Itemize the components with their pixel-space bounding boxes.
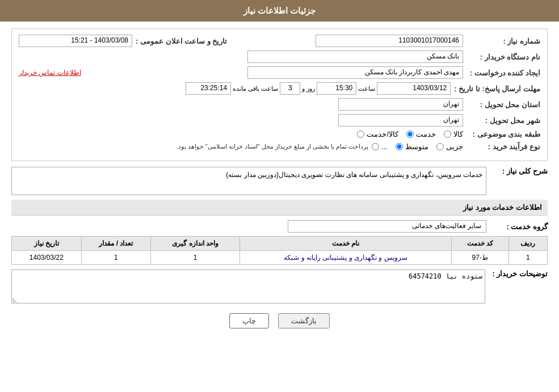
tarikh-label: تاریخ و ساعت اعلان عمومی :: [136, 37, 227, 45]
noufar-radio-jozi: جزیی: [436, 142, 463, 151]
mohlat-row: مهلت ارسال پاسخ: تا تاریخ : 1403/03/12 س…: [19, 82, 540, 95]
shahr-label: شهر محل تحویل :: [466, 116, 540, 125]
col-unit: واحد اندازه گیری: [151, 237, 240, 251]
col-name: نام خدمت: [240, 237, 452, 251]
page-container: جزئیات اطلاعات نیاز شماره نیاز : 1103001…: [0, 0, 559, 392]
namdastgah-label: نام دستگاه خریدار :: [466, 53, 540, 61]
ostan-value: تهران: [338, 98, 463, 111]
mohlat-remain-label: ساعت باقی مانده: [233, 85, 278, 92]
services-table: ردیف کد خدمت نام خدمت واحد اندازه گیری ت…: [11, 236, 548, 265]
sharh-row: شرح کلی نیاز : خدمات سرویس، نگهداری و پش…: [11, 167, 548, 195]
mohlat-date: 1403/03/12: [377, 82, 451, 95]
noufar-row: نوع فرآیند خرید : ... متوسط جزیی: [19, 142, 540, 151]
radio-other[interactable]: [372, 143, 379, 150]
cell-date: 1403/03/22: [12, 251, 82, 265]
sharh-value: خدمات سرویس، نگهداری و پشتیبانی سامانه ه…: [11, 167, 486, 195]
radio-kala[interactable]: [444, 130, 451, 138]
radio-khedmat[interactable]: [406, 130, 414, 138]
mohlat-day: 3: [280, 82, 300, 95]
info-section: شماره نیاز : 1103001017000146 تاریخ و سا…: [11, 28, 548, 161]
shahr-value: تهران: [338, 114, 463, 127]
shomara-row: شماره نیاز : 1103001017000146 تاریخ و سا…: [19, 35, 540, 47]
col-code: کد خدمت: [451, 237, 508, 251]
table-row: 1 ط-97 سرویس و نگهداری و پشتیبانی رایانه…: [12, 251, 548, 265]
cell-count: 1: [81, 251, 151, 265]
description-value-wrapper: [11, 269, 485, 305]
cell-name: سرویس و نگهداری و پشتیبانی رایانه و شبکه: [240, 251, 452, 265]
radio-kala-khedmat[interactable]: [357, 130, 364, 138]
cell-radif: 1: [508, 251, 547, 265]
noufar-label: نوع فرآیند خرید :: [466, 142, 540, 151]
description-section: توضیحات خریدار :: [11, 269, 548, 305]
mohlat-remain: 23:25:14: [186, 82, 231, 95]
ijad-value: مهدی احمدی کاربرداز بانک مسکن: [247, 66, 463, 79]
table-header-row: ردیف کد خدمت نام خدمت واحد اندازه گیری ت…: [12, 237, 548, 251]
description-textarea[interactable]: [11, 269, 485, 304]
radio-jozi[interactable]: [436, 143, 444, 150]
page-title: جزئیات اطلاعات نیاز: [243, 6, 316, 15]
buttons-row: بازگشت چاپ: [11, 313, 548, 328]
namdastgah-value: بانک مسکن: [247, 50, 463, 63]
namdastgah-row: نام دستگاه خریدار : بانک مسکن: [19, 50, 540, 63]
contact-link[interactable]: اطلاعات تماس خریدار: [19, 69, 81, 77]
tabaqe-row: طبقه بندی موضوعی : کالا/خدمت خدمت کالا: [19, 130, 540, 138]
tabaqe-radio-kala: کالا: [444, 130, 463, 138]
group-label: گروه خدمت :: [491, 222, 548, 231]
tabaqe-radio-khedmat: خدمت: [406, 130, 436, 138]
col-date: تاریخ نیاز: [12, 237, 82, 251]
tabaqe-radio-kala-khedmat: کالا/خدمت: [357, 130, 398, 138]
noufar-radio-other: ...: [372, 142, 388, 151]
ijad-label: ایجاد کننده درخواست :: [466, 69, 540, 77]
col-radif: ردیف: [508, 237, 547, 251]
radio-motawaset[interactable]: [396, 143, 403, 150]
noufar-radio-motawaset: متوسط: [396, 142, 428, 151]
mohlat-label: مهلت ارسال پاسخ: تا تاریخ :: [454, 85, 540, 93]
sharh-label: شرح کلی نیاز :: [491, 167, 548, 175]
col-count: تعداد / مقدار: [81, 237, 151, 251]
cell-unit: 1: [151, 251, 240, 265]
mohlat-time: 15:30: [317, 82, 356, 95]
back-button[interactable]: بازگشت: [278, 313, 330, 328]
group-row: گروه خدمت : سایر فعالیت‌های خدماتی: [11, 220, 548, 233]
tabaqe-radio-group: کالا/خدمت خدمت کالا: [357, 130, 463, 138]
noufar-radio-group: ... متوسط جزیی: [372, 142, 463, 151]
services-section-title: اطلاعات خدمات مورد نیاز: [11, 200, 548, 216]
shomara-value: 1103001017000146: [316, 35, 463, 47]
mohlat-time-label: ساعت: [358, 85, 375, 92]
tarikh-value: 1403/03/08 - 15:21: [19, 35, 132, 47]
shomara-label: شماره نیاز :: [466, 37, 540, 45]
main-content: شماره نیاز : 1103001017000146 تاریخ و سا…: [0, 22, 559, 341]
group-value: سایر فعالیت‌های خدماتی: [288, 220, 486, 233]
noufar-note: پرداخت تمام یا بخشی از مبلغ خریداز محل "…: [173, 142, 372, 151]
print-button[interactable]: چاپ: [229, 313, 269, 328]
description-label: توضیحات خریدار :: [485, 269, 548, 278]
ostan-label: استان محل تحویل :: [466, 100, 540, 109]
page-header: جزئیات اطلاعات نیاز: [0, 0, 559, 22]
ijad-row: ایجاد کننده درخواست : مهدی احمدی کاربردا…: [19, 66, 540, 79]
shahr-row: شهر محل تحویل : تهران: [19, 114, 540, 127]
cell-code: ط-97: [451, 251, 508, 265]
tabaqe-label: طبقه بندی موضوعی :: [466, 130, 540, 138]
mohlat-day-label: روز و: [302, 85, 315, 92]
ostan-row: استان محل تحویل : تهران: [19, 98, 540, 111]
